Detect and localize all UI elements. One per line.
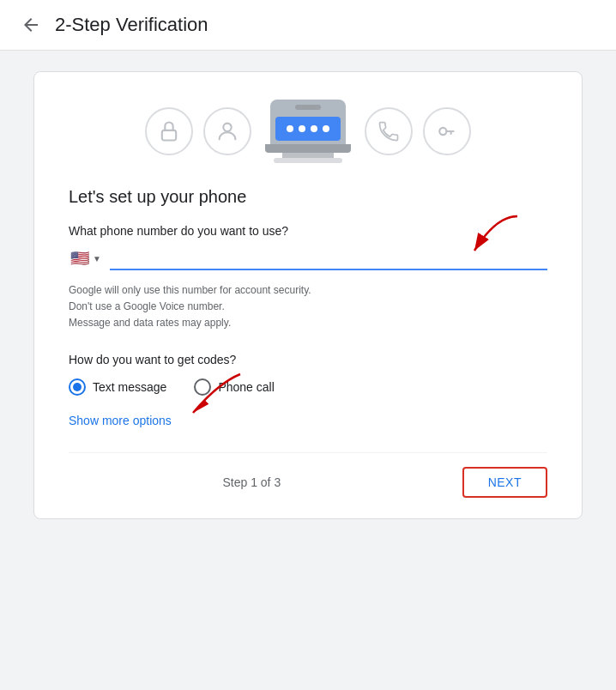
section-title: Let's set up your phone	[69, 187, 547, 207]
svg-point-2	[439, 128, 446, 135]
radio-text-message[interactable]: Text message	[69, 378, 166, 396]
phone-input-wrapper	[110, 246, 547, 270]
lock-icon	[145, 107, 193, 155]
icon-row	[69, 100, 547, 163]
radio-text-outer	[69, 378, 86, 396]
dropdown-arrow-icon: ▼	[93, 254, 101, 263]
card-footer: Step 1 of 3 NEXT	[69, 452, 547, 498]
phone-call-icon	[365, 107, 413, 155]
page-header: 2-Step Verification	[0, 0, 616, 51]
svg-point-1	[223, 124, 231, 131]
svg-rect-0	[162, 130, 176, 141]
radio-phone-call[interactable]: Phone call	[194, 378, 274, 396]
step-text: Step 1 of 3	[69, 475, 435, 489]
person-icon	[203, 107, 251, 155]
radio-text-label: Text message	[93, 380, 166, 394]
radio-row: Text message Phone call	[69, 378, 547, 396]
card: Let's set up your phone What phone numbe…	[33, 71, 583, 519]
country-flag: 🇺🇸	[70, 251, 89, 266]
key-icon	[423, 107, 471, 155]
radio-call-outer	[194, 378, 211, 396]
country-select[interactable]: 🇺🇸 ▼	[69, 247, 103, 269]
hint-text: Google will only use this number for acc…	[69, 282, 547, 332]
radio-text-inner	[73, 383, 82, 391]
arrow-to-show-more-icon	[172, 370, 257, 421]
codes-label: How do you want to get codes?	[69, 353, 547, 366]
phone-illustration	[265, 100, 351, 163]
phone-input-row: 🇺🇸 ▼	[69, 246, 547, 270]
show-more-options-link[interactable]: Show more options	[69, 414, 172, 427]
phone-field-label: What phone number do you want to use?	[69, 224, 547, 238]
back-button[interactable]	[21, 15, 41, 35]
next-button[interactable]: NEXT	[462, 467, 547, 498]
page-title: 2-Step Verification	[55, 14, 208, 36]
radio-call-label: Phone call	[218, 380, 274, 394]
phone-input[interactable]	[110, 246, 547, 269]
main-content: Let's set up your phone What phone numbe…	[0, 51, 616, 690]
